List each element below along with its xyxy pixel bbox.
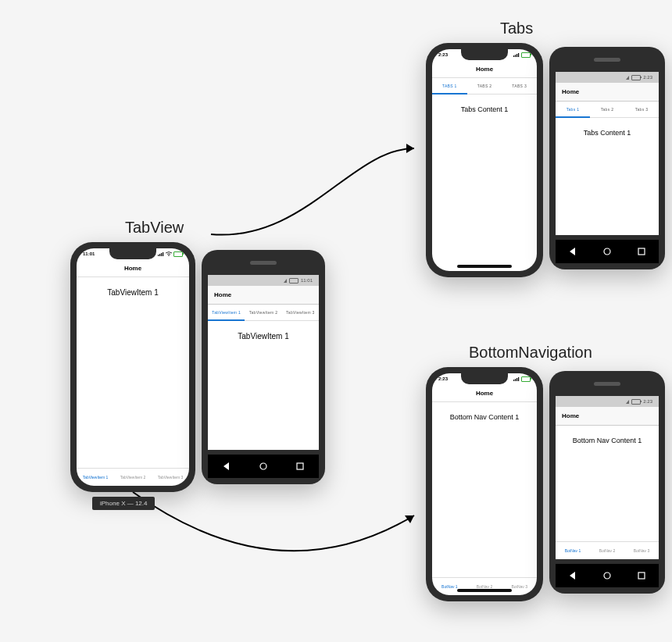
tabview-title: TabView <box>125 219 184 237</box>
battery-icon <box>521 52 531 58</box>
back-icon[interactable] <box>568 571 577 580</box>
tabbar-item-3[interactable]: TabViewItem 3 <box>152 469 189 486</box>
status-bar: 2:23 <box>556 396 659 407</box>
app-bar: Home <box>208 286 319 305</box>
battery-icon <box>631 399 641 405</box>
app-bar: Home <box>556 83 659 102</box>
tabbar-item-2[interactable]: TabViewItem 2 <box>114 469 152 486</box>
nav-bar: Home <box>77 259 189 277</box>
tab-3[interactable]: TABS 3 <box>502 78 537 94</box>
content-area: TabViewItem 1 <box>77 277 189 468</box>
svg-rect-19 <box>513 380 514 381</box>
svg-rect-11 <box>513 55 514 57</box>
bottomnav-item-1[interactable]: BotNav 1 <box>432 578 467 595</box>
content-text: Tabs Content 1 <box>584 129 631 137</box>
notch-icon <box>461 373 508 384</box>
svg-rect-22 <box>518 377 519 381</box>
home-indicator-icon <box>457 265 512 268</box>
svg-rect-13 <box>517 54 517 57</box>
bottomnav-item-3[interactable]: BotNav 3 <box>502 578 537 595</box>
tabs-title: Tabs <box>500 20 533 37</box>
home-icon[interactable] <box>602 247 612 256</box>
status-time: 2:23 <box>438 376 448 381</box>
bottomnav-ios-device: 2:23 Home Bottom Nav Content 1 BotNav 1 … <box>426 367 543 601</box>
svg-rect-14 <box>518 53 519 57</box>
app-bar: Home <box>556 407 659 426</box>
arrow-to-bottomnav <box>133 492 430 578</box>
svg-rect-12 <box>515 55 516 57</box>
bottomnav-item-2[interactable]: BotNav 2 <box>590 542 624 559</box>
device-label: iPhone X — 12.4 <box>92 497 155 510</box>
tabbar-item-1[interactable]: TabViewItem 1 <box>77 469 114 486</box>
nav-title: Home <box>476 66 493 73</box>
notch-icon <box>461 49 508 60</box>
recent-icon[interactable] <box>295 462 305 471</box>
svg-marker-8 <box>223 462 229 470</box>
bottomnav-item-3[interactable]: BotNav 3 <box>624 542 659 559</box>
content-area: TabViewItem 1 <box>208 321 319 450</box>
tabview-android-device: 11:01 Home TabViewItem 1 TabViewItem 2 T… <box>202 250 325 484</box>
signal-icon <box>626 76 629 80</box>
recent-icon[interactable] <box>637 571 646 580</box>
content-area: Tabs Content 1 <box>432 95 537 271</box>
back-icon[interactable] <box>222 462 231 471</box>
app-title: Home <box>562 412 579 419</box>
tab-1[interactable]: TABS 1 <box>432 78 467 94</box>
recent-icon[interactable] <box>637 247 646 256</box>
bottom-tabbar: TabViewItem 1 TabViewItem 2 TabViewItem … <box>77 468 189 486</box>
arrow-to-tabs <box>211 141 430 250</box>
status-time: 11:01 <box>301 278 313 283</box>
svg-rect-5 <box>163 252 163 256</box>
content-area: Bottom Nav Content 1 <box>556 426 659 541</box>
tab-3[interactable]: TabViewItem 3 <box>282 305 319 320</box>
tabs-ios-device: 2:23 Home TABS 1 TABS 2 TABS 3 Tabs Cont… <box>426 43 543 277</box>
svg-rect-2 <box>158 255 159 256</box>
svg-rect-26 <box>638 572 645 579</box>
android-system-nav <box>556 240 659 263</box>
tabview-android-screen: 11:01 Home TabViewItem 1 TabViewItem 2 T… <box>208 275 319 450</box>
status-bar: 2:23 <box>556 72 659 83</box>
battery-icon <box>631 75 641 80</box>
speaker-icon <box>594 382 620 386</box>
home-icon[interactable] <box>602 571 612 580</box>
app-title: Home <box>562 88 579 95</box>
tab-1[interactable]: TabViewItem 1 <box>208 305 245 320</box>
battery-icon <box>521 376 531 382</box>
battery-icon <box>173 251 183 257</box>
nav-title: Home <box>124 265 141 272</box>
svg-rect-20 <box>515 379 516 381</box>
tab-1[interactable]: Tabs 1 <box>556 102 590 117</box>
content-text: TabViewItem 1 <box>107 288 158 297</box>
tab-2[interactable]: TabViewItem 2 <box>245 305 281 320</box>
svg-rect-21 <box>517 378 517 381</box>
svg-point-17 <box>604 248 610 255</box>
bottomnav-item-1[interactable]: BotNav 1 <box>556 542 590 559</box>
home-indicator-icon <box>457 589 512 592</box>
svg-rect-10 <box>297 463 303 469</box>
bottomnav-item-2[interactable]: BotNav 2 <box>467 578 502 595</box>
content-area: Bottom Nav Content 1 <box>432 402 537 577</box>
home-icon[interactable] <box>259 462 268 471</box>
tabview-ios-screen: 11:01 Home TabViewItem 1 TabViewItem 1 T… <box>77 248 189 486</box>
svg-marker-23 <box>626 400 629 404</box>
back-icon[interactable] <box>568 247 577 256</box>
diagram-canvas: TabView Tabs BottomNavigation 11:01 <box>0 0 672 642</box>
battery-icon <box>289 278 298 284</box>
signal-icon <box>158 251 164 256</box>
tab-2[interactable]: TABS 2 <box>467 78 502 94</box>
content-text: Bottom Nav Content 1 <box>573 437 642 444</box>
tab-2[interactable]: Tabs 2 <box>590 102 624 117</box>
signal-icon <box>284 279 287 283</box>
tab-3[interactable]: Tabs 3 <box>624 102 659 117</box>
content-text: Tabs Content 1 <box>461 105 509 113</box>
tabs-android-device: 2:23 Home Tabs 1 Tabs 2 Tabs 3 Tabs Cont… <box>549 47 665 269</box>
svg-rect-4 <box>161 253 162 256</box>
content-text: Bottom Nav Content 1 <box>450 413 520 421</box>
svg-point-6 <box>168 255 170 256</box>
android-system-nav <box>556 564 659 587</box>
svg-marker-24 <box>570 572 575 580</box>
status-time: 2:23 <box>438 52 448 57</box>
nav-bar: Home <box>432 384 537 402</box>
svg-marker-15 <box>626 76 629 80</box>
status-time: 2:23 <box>643 75 652 80</box>
